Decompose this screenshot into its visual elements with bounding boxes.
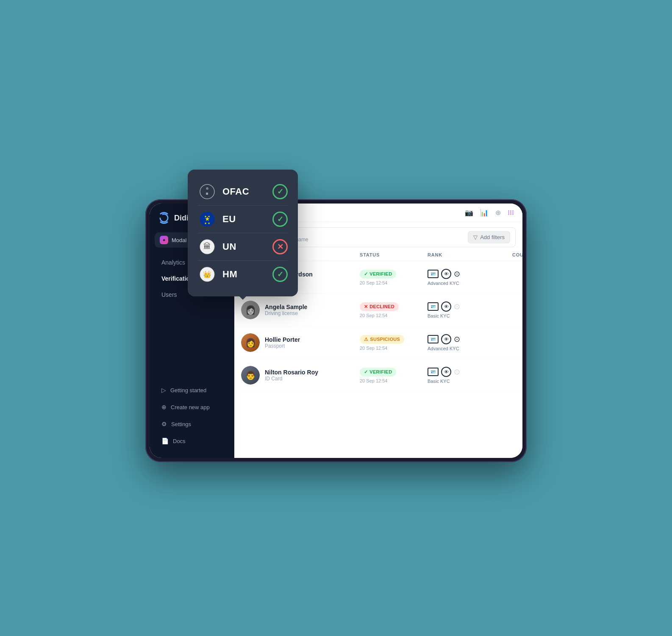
chart-icon[interactable]: 📊 <box>480 209 489 217</box>
table-row[interactable]: 👨 Nilton Rosario Roy ID Card ✓ VERIFIED … <box>234 359 522 392</box>
status-cell-hollie: ⚠ SUSPICIOUS 20 Sep 12:54 <box>360 335 428 351</box>
eu-status: ✓ <box>272 212 288 227</box>
user-name-nilton: Nilton Rosario Roy <box>265 369 318 376</box>
country-cell-angela: 🇨🇮 <box>512 300 522 320</box>
status-cell-nilton: ✓ VERIFIED 20 Sep 12:54 <box>360 368 428 383</box>
rank-label-julie: Advanced KYC <box>428 281 512 286</box>
grid-icon[interactable]: ⁞⁞⁞ <box>508 209 514 217</box>
ofac-logo: ⚙ 🏛 <box>198 182 217 201</box>
nav-settings[interactable]: ⚙ Settings <box>153 416 231 432</box>
user-doc-hollie: Passport <box>265 343 300 349</box>
user-doc-nilton: ID Card <box>265 376 318 382</box>
nav-create-new-app[interactable]: ⊕ Create new app <box>153 399 231 415</box>
svg-text:👑: 👑 <box>203 271 211 279</box>
user-cell-hollie: 👩 Hollie Porter Passport <box>241 333 360 352</box>
warning-icon: ⚠ <box>364 337 368 342</box>
status-date-hollie: 20 Sep 12:54 <box>360 346 428 351</box>
nav-spacer <box>150 303 234 382</box>
svg-text:🏛: 🏛 <box>206 192 208 195</box>
camera-icon[interactable]: 📷 <box>465 209 473 217</box>
un-logo: 🏛 <box>198 237 217 256</box>
status-badge-julie: ✓ VERIFIED <box>360 270 396 279</box>
id-card-icon: 🪪 <box>428 270 439 278</box>
table-row[interactable]: 👩 Hollie Porter Passport ⚠ SUSPICIOUS 20… <box>234 326 522 359</box>
create-new-app-label: Create new app <box>171 404 210 410</box>
un-status: ✕ <box>272 239 288 254</box>
user-info-angela: Angela Sample Driving license <box>265 304 307 316</box>
svg-text:★  ★: ★ ★ <box>204 222 210 225</box>
status-date-nilton: 20 Sep 12:54 <box>360 378 428 383</box>
ofac-name: OFAC <box>222 186 272 197</box>
status-cell-julie: ✓ VERIFIED 20 Sep 12:54 <box>360 270 428 285</box>
user-cell-angela: 👩 Angela Sample Driving license <box>241 301 360 319</box>
rank-icons-nilton: 🪪 👁 ⊙ <box>428 367 512 377</box>
x-icon: ✕ <box>364 304 368 310</box>
rank-icons-julie: 🪪 👁 ⊙ <box>428 269 512 279</box>
status-date-angela: 20 Sep 12:54 <box>360 313 428 318</box>
table-row[interactable]: 👩 Angela Sample Driving license ✕ DECLIN… <box>234 294 522 326</box>
face-scan-icon: 👁 <box>441 334 451 344</box>
tooltip-row-eu: ★ ★ ★ ★ ★ EU ✓ <box>198 206 288 233</box>
id-card-icon: 🪪 <box>428 335 439 343</box>
rank-cell-hollie: 🪪 👁 ⊙ Advanced KYC <box>428 334 512 351</box>
tooltip-row-un: 🏛 UN ✕ <box>198 233 288 261</box>
status-date-julie: 20 Sep 12:54 <box>360 280 428 285</box>
device-wrapper: ⚙ 🏛 OFAC ✓ ★ ★ ★ ★ ★ EU ✓ <box>145 174 527 462</box>
user-name-hollie: Hollie Porter <box>265 336 300 343</box>
logo-icon <box>158 212 170 224</box>
status-badge-angela: ✕ DECLINED <box>360 302 399 311</box>
user-name-angela: Angela Sample <box>265 304 307 310</box>
country-cell-nilton: 🇨🇭 <box>512 365 522 385</box>
id-card-icon: 🪪 <box>428 368 439 376</box>
check-icon: ✓ <box>364 271 368 277</box>
tooltip-row-hm: 👑 HM ✓ <box>198 261 288 288</box>
nav-getting-started[interactable]: ▷ Getting started <box>153 382 231 398</box>
svg-text:🏛: 🏛 <box>203 242 211 251</box>
getting-started-label: Getting started <box>170 387 206 393</box>
user-info-hollie: Hollie Porter Passport <box>265 336 300 349</box>
gear-icon: ⚙ <box>161 421 167 427</box>
rank-icons-hollie: 🪪 👁 ⊙ <box>428 334 512 344</box>
rank-cell-julie: 🪪 👁 ⊙ Advanced KYC <box>428 269 512 286</box>
status-badge-hollie: ⚠ SUSPICIOUS <box>360 335 404 344</box>
status-badge-nilton: ✓ VERIFIED <box>360 368 396 377</box>
user-doc-angela: Driving license <box>265 310 307 316</box>
fingerprint-icon-disabled: ⊙ <box>454 302 460 311</box>
svg-text:⚙: ⚙ <box>206 187 208 190</box>
ofac-status: ✓ <box>272 184 288 199</box>
add-filters-button[interactable]: ▽ Add filters <box>468 231 510 243</box>
hm-name: HM <box>222 269 272 280</box>
country-cell-hollie: 🇵🇭 <box>512 332 522 353</box>
hm-status: ✓ <box>272 267 288 282</box>
avatar-hollie: 👩 <box>241 333 260 352</box>
un-name: UN <box>222 241 272 252</box>
sanctions-tooltip: ⚙ 🏛 OFAC ✓ ★ ★ ★ ★ ★ EU ✓ <box>188 170 298 296</box>
check-icon: ✓ <box>364 369 368 375</box>
filter-icon: ▽ <box>473 234 478 240</box>
avatar-nilton: 👨 <box>241 366 260 385</box>
user-cell-nilton: 👨 Nilton Rosario Roy ID Card <box>241 366 360 385</box>
status-cell-angela: ✕ DECLINED 20 Sep 12:54 <box>360 302 428 318</box>
col-header-status: STATUS <box>360 252 428 257</box>
docs-icon: 📄 <box>161 438 169 444</box>
id-card-icon: 🪪 <box>428 302 439 311</box>
rank-label-hollie: Advanced KYC <box>428 346 512 351</box>
eu-name: EU <box>222 214 272 225</box>
plus-circle-icon: ⊕ <box>161 404 167 410</box>
eu-logo: ★ ★ ★ ★ ★ <box>198 210 217 229</box>
col-header-country: COUNTRY <box>512 252 522 257</box>
rank-icons-angela: 🪪 👁 ⊙ <box>428 301 512 312</box>
user-info-nilton: Nilton Rosario Roy ID Card <box>265 369 318 382</box>
plus-icon[interactable]: ⊕ <box>495 209 501 217</box>
face-scan-icon: 👁 <box>441 269 451 279</box>
face-scan-icon: 👁 <box>441 367 451 377</box>
fingerprint-icon-disabled: ⊙ <box>454 367 460 377</box>
hm-logo: 👑 <box>198 265 217 284</box>
nav-docs[interactable]: 📄 Docs <box>153 433 231 449</box>
rank-cell-nilton: 🪪 👁 ⊙ Basic KYC <box>428 367 512 384</box>
face-scan-icon: 👁 <box>441 301 451 312</box>
svg-point-11 <box>160 214 168 222</box>
play-icon: ▷ <box>161 387 166 393</box>
rank-label-nilton: Basic KYC <box>428 379 512 384</box>
docs-label: Docs <box>173 438 186 444</box>
